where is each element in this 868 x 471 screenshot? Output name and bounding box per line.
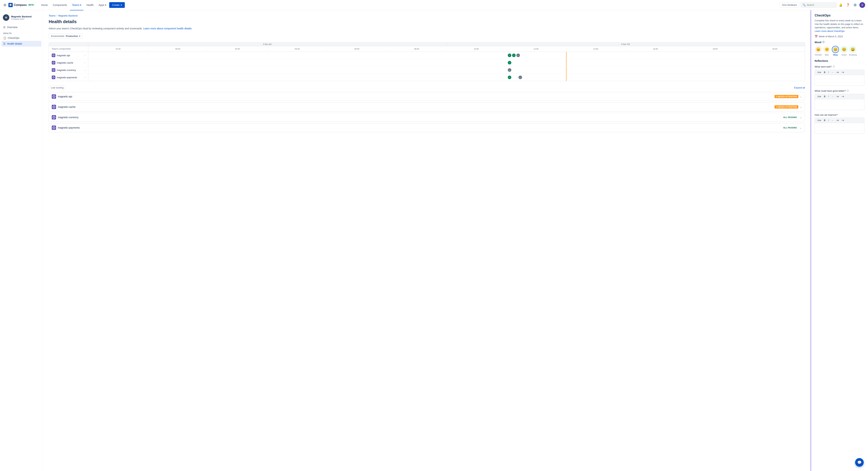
sidebar-item-health-details[interactable]: ☰ Health details <box>1 41 41 47</box>
bold-btn[interactable]: B <box>823 70 827 74</box>
question-info-icon[interactable]: ⓘ <box>847 89 849 92</box>
search-input[interactable] <box>807 4 832 6</box>
chat-button[interactable]: 💬 <box>855 458 864 467</box>
timeline-magnetic-cache: ✓ <box>88 59 805 66</box>
main-wrapper: M Magnetic Backend Compass team ☰ Overvi… <box>0 10 868 471</box>
nav-items: Home Components Teams ▾ Health Apps ▾ Cr… <box>39 2 778 8</box>
comp-magnetic-cache[interactable]: magnetic-cache › <box>49 59 88 66</box>
breadcrumb-separator: / <box>57 14 57 17</box>
date-header: 8 Mar AM 8 Mar PM <box>49 42 805 46</box>
bold-btn[interactable]: B <box>823 119 827 122</box>
nav-item-home[interactable]: Home <box>39 2 50 8</box>
checkops-learn-more-link[interactable]: Learn more about CheckOps <box>815 30 844 32</box>
italic-btn[interactable]: I <box>827 95 830 98</box>
good-emoji: 😊 <box>840 46 847 53</box>
comp-name-text: magnetic-api <box>57 54 70 57</box>
date-label-pm: 8 Mar PM <box>446 42 805 46</box>
editor-toolbar-1: Aa▾ B I ··· ≡▾ +▾ <box>815 70 864 75</box>
grid-icon[interactable]: ⊞ <box>3 2 7 8</box>
page-title: Health details <box>49 19 805 24</box>
mood-info-icon[interactable]: ⓘ <box>823 41 825 44</box>
font-btn[interactable]: Aa▾ <box>816 119 822 122</box>
create-button[interactable]: Create ▾ <box>109 2 125 8</box>
more-btn[interactable]: ··· <box>831 70 835 74</box>
settings-icon[interactable]: ⚙️ <box>852 2 858 8</box>
notifications-icon[interactable]: 🔔 <box>838 2 844 8</box>
comp-magnetic-currency[interactable]: magnetic-currency › <box>49 66 88 73</box>
horrible-label: Horrible <box>815 54 822 56</box>
font-btn[interactable]: Aa▾ <box>816 70 822 74</box>
list-item: magnetic-payments ALL PASSING ⌄ <box>49 123 805 132</box>
more-btn[interactable]: ··· <box>831 95 835 98</box>
checkops-title: CheckOps <box>815 13 864 18</box>
comp-magnetic-api[interactable]: magnetic-api › <box>49 52 88 59</box>
row-expand-icon[interactable]: ⌄ <box>800 95 802 98</box>
time-1000: 10:00 <box>446 47 506 51</box>
learn-more-link[interactable]: Learn more about component health detail… <box>143 27 192 30</box>
team-sub: Compass team <box>11 18 32 20</box>
editor-area-1[interactable] <box>815 75 864 86</box>
nav-item-apps[interactable]: Apps ▾ <box>96 2 108 8</box>
question-info-icon[interactable]: ⓘ <box>833 65 835 68</box>
needs-attention-badge: 1 NEEDS ATTENTION <box>775 105 798 109</box>
editor-area-2[interactable] <box>815 99 864 110</box>
nav-logo: 🧭 Compass BETA <box>8 3 35 7</box>
nav-item-components[interactable]: Components <box>51 2 69 8</box>
italic-btn[interactable]: I <box>827 70 830 74</box>
nav-item-teams[interactable]: Teams ▾ <box>70 2 84 8</box>
mood-horrible[interactable]: 😠 Horrible <box>815 46 822 56</box>
breadcrumb-teams[interactable]: Teams <box>49 14 56 17</box>
timeline-magnetic-api: ✓ ✓ — <box>88 52 805 59</box>
search-box[interactable]: 🔍 <box>801 2 836 8</box>
breadcrumb-team[interactable]: Magnetic Backend <box>58 14 78 17</box>
comp-chevron-icon: › <box>85 69 85 71</box>
comp-magnetic-payments[interactable]: magnetic-payments › <box>49 74 88 81</box>
add-btn[interactable]: +▾ <box>841 119 845 122</box>
font-btn[interactable]: Aa▾ <box>816 95 822 98</box>
add-btn[interactable]: +▾ <box>841 95 845 98</box>
row-expand-icon[interactable]: ⌄ <box>800 126 802 129</box>
editor-area-3[interactable] <box>815 123 864 134</box>
top-nav: ⊞ 🧭 Compass BETA Home Components Teams ▾… <box>0 0 868 10</box>
score-component-icon <box>52 115 56 119</box>
nav-item-health[interactable]: Health <box>84 2 96 8</box>
search-icon: 🔍 <box>803 4 806 6</box>
help-icon[interactable]: ❓ <box>845 2 851 8</box>
sidebar-item-overview[interactable]: ☰ Overview <box>1 24 41 30</box>
list-btn[interactable]: ≡▾ <box>835 119 840 122</box>
week-label: Week of March 5, 2023 <box>819 35 843 38</box>
user-avatar[interactable]: U <box>859 2 865 8</box>
add-btn[interactable]: +▾ <box>841 70 845 74</box>
mood-bad[interactable]: 😕 Bad <box>823 46 830 56</box>
environment-filter[interactable]: Environment: Production ▾ <box>49 33 83 39</box>
row-expand-icon[interactable]: ⌄ <box>800 106 802 108</box>
list-btn[interactable]: ≡▾ <box>835 70 840 74</box>
health-section-label: HEALTH <box>1 30 41 35</box>
italic-btn[interactable]: I <box>827 119 830 122</box>
list-btn[interactable]: ≡▾ <box>835 95 840 98</box>
check-indicator: ✓ <box>508 54 512 57</box>
calendar-icon: 📅 <box>815 35 818 38</box>
okay-emoji: 😐 <box>832 46 839 53</box>
row-expand-icon[interactable]: ⌄ <box>800 116 802 119</box>
time-1600: 16:00 <box>626 47 686 51</box>
comp-name-text: magnetic-cache <box>57 61 73 64</box>
reflection-question-3: How can we improve? <box>815 114 864 116</box>
list-item: magnetic-currency ALL PASSING ⌄ <box>49 113 805 122</box>
team-name: Magnetic Backend <box>11 15 32 18</box>
reflection-question-2: What could have gone better? ⓘ <box>815 89 864 92</box>
mood-amazing[interactable]: 😄 Amazing <box>849 46 857 56</box>
bold-btn[interactable]: B <box>823 95 827 98</box>
checkops-description: Complete this check-in every week as a t… <box>815 19 864 33</box>
mood-good[interactable]: 😊 Good <box>840 46 847 56</box>
env-chevron-icon: ▾ <box>79 35 81 37</box>
table-row: magnetic-payments › ✓ — <box>49 74 805 81</box>
feedback-button[interactable]: Give feedback <box>780 2 799 7</box>
breadcrumb: Teams / Magnetic Backend <box>49 14 805 17</box>
expand-all-button[interactable]: Expand all <box>794 86 805 89</box>
mood-okay[interactable]: 😐 Okay <box>832 46 839 56</box>
timeline-magnetic-currency: — <box>88 66 805 73</box>
time-2000: 20:00 <box>745 47 805 51</box>
more-btn[interactable]: ··· <box>831 119 835 122</box>
sidebar-item-checkops[interactable]: 📋 CheckOps <box>1 35 41 41</box>
